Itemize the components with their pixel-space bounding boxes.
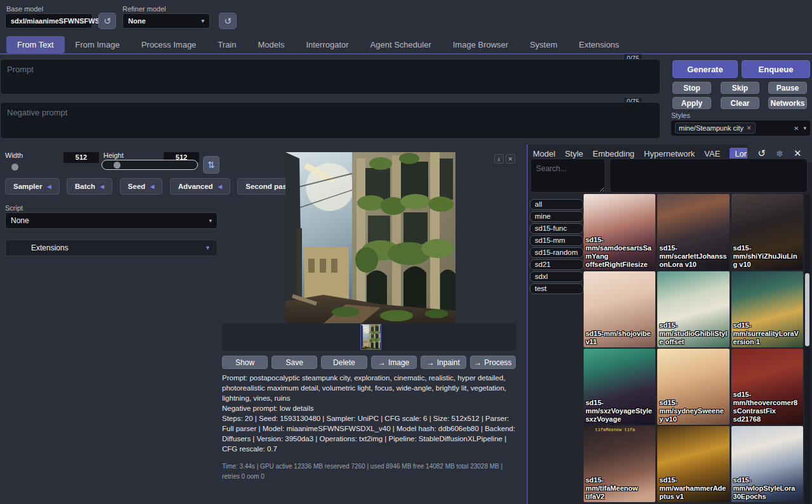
lora-card[interactable]: sd15-mm/warhammerAdeptus v1 — [657, 426, 729, 502]
width-slider[interactable] — [6, 162, 95, 172]
height-slider[interactable] — [102, 160, 198, 170]
gallery-thumbnail[interactable] — [360, 324, 381, 350]
lora-card[interactable]: sd15-mm/sydneySweeney v10 — [657, 349, 729, 425]
delete-button[interactable]: Delete — [321, 356, 367, 369]
lora-card-label: sd15-mm/studioGhibliStyle offset — [659, 321, 727, 346]
refiner-model-refresh-button[interactable]: ↺ — [219, 13, 237, 29]
tab-system[interactable]: System — [519, 36, 568, 53]
clear-styles-icon[interactable]: ✕ — [794, 125, 799, 132]
networks-description-box[interactable] — [610, 158, 808, 193]
stop-button[interactable]: Stop — [672, 82, 711, 94]
tab-interrogator[interactable]: Interrogator — [295, 36, 359, 53]
networks-button[interactable]: Networks — [768, 97, 807, 109]
base-model-value: sdxl/miaanimeSFWNSFWS — [11, 17, 100, 25]
lora-card[interactable]: sd15-mm/wlopStyleLora 30Epochs — [731, 426, 803, 502]
lora-card[interactable]: sd15-mm/shiYiZhuJiuLing v10 — [731, 194, 803, 270]
tab-process-image[interactable]: Process Image — [131, 36, 207, 53]
save-button[interactable]: Save — [272, 356, 317, 369]
networks-search-input[interactable] — [530, 158, 605, 193]
extensions-accordion[interactable]: Extensions ▼ — [5, 240, 218, 256]
networks-panel: Model Style Embedding Hypernetwork VAE L… — [527, 145, 812, 504]
tab-models[interactable]: Models — [247, 36, 295, 53]
chevron-down-icon[interactable]: ▾ — [803, 125, 806, 131]
generated-image[interactable] — [285, 152, 455, 323]
show-button[interactable]: Show — [222, 356, 268, 369]
lora-card-caption: tifaMeenow tifa — [595, 427, 635, 432]
apply-button[interactable]: Apply — [672, 97, 711, 109]
scrollbar-thumb[interactable] — [805, 273, 809, 346]
styles-select[interactable]: mine/Steampunk city ✕ ✕ ▾ — [671, 120, 810, 136]
generation-info: Prompt: postapocalyptic steampunk city, … — [222, 373, 519, 482]
filter-all[interactable]: all — [530, 199, 584, 210]
accordion-sampler[interactable]: Sampler◀ — [5, 178, 60, 195]
remove-style-icon[interactable]: ✕ — [747, 125, 752, 131]
lora-card[interactable]: sd15-mm/surrealityLoraVersion 1 — [731, 271, 803, 347]
networks-tab-embedding[interactable]: Embedding — [593, 149, 634, 158]
refresh-icon[interactable]: ↺ — [757, 148, 766, 159]
info-prompt-text: Prompt: postapocalyptic steampunk city, … — [222, 373, 519, 403]
height-slider-handle[interactable] — [114, 162, 121, 169]
info-time-text: Time: 3.44s | GPU active 12336 MB reserv… — [222, 462, 519, 482]
refiner-model-select[interactable]: None ▾ — [122, 13, 210, 29]
tab-from-image[interactable]: From Image — [65, 36, 131, 53]
accordion-batch[interactable]: Batch◀ — [67, 178, 112, 195]
filter-sd21[interactable]: sd21 — [530, 259, 584, 270]
lora-card[interactable]: sd15-mm/shojovibe v11 — [584, 271, 655, 347]
arrow-right-icon: → — [427, 358, 435, 367]
send-to-image-button[interactable]: →Image — [371, 356, 417, 369]
style-token[interactable]: mine/Steampunk city ✕ — [675, 122, 756, 134]
lora-card[interactable]: sd15-mm/theovercomer8sContrastFix sd2176… — [731, 349, 803, 425]
lora-card[interactable]: tifaMeenow tifa sd15-mm/tifaMeenow tifaV… — [584, 426, 655, 502]
lora-card[interactable]: sd15-mm/sxzVoyageStyle sxzVoyage — [584, 349, 655, 425]
networks-tab-model[interactable]: Model — [533, 149, 555, 158]
tab-from-text[interactable]: From Text — [6, 36, 65, 53]
arrow-right-icon: → — [474, 358, 481, 367]
prompt-input[interactable] — [0, 59, 660, 94]
negative-prompt-input[interactable] — [0, 102, 660, 139]
base-model-refresh-button[interactable]: ↺ — [98, 13, 116, 29]
networks-tab-style[interactable]: Style — [565, 149, 583, 158]
close-image-button[interactable]: ✕ — [506, 154, 515, 164]
image-action-row: Show Save Delete →Image →Inpaint →Proces… — [222, 356, 516, 369]
script-label: Script — [5, 204, 23, 212]
filter-sdxl[interactable]: sdxl — [530, 271, 584, 282]
pause-button[interactable]: Pause — [768, 82, 807, 94]
settings-icon[interactable]: ✽ — [776, 149, 783, 158]
networks-tab-vae[interactable]: VAE — [704, 149, 720, 158]
accordion-seed[interactable]: Seed◀ — [120, 178, 163, 195]
chevron-left-icon: ◀ — [150, 184, 154, 190]
download-image-button[interactable]: ⤓ — [494, 154, 504, 164]
lora-card[interactable]: sd15-mm/samdoesartsSamYang offsetRightFi… — [584, 194, 655, 270]
filter-test[interactable]: test — [530, 283, 584, 294]
accordion-label: Advanced — [178, 183, 213, 190]
lora-card[interactable]: sd15-mm/scarlettJohanssonLora v10 — [657, 194, 729, 270]
width-slider-handle[interactable] — [11, 164, 18, 171]
app-root: Base model sdxl/miaanimeSFWNSFWS ▾ ↺ Ref… — [0, 0, 812, 504]
enqueue-button[interactable]: Enqueue — [742, 60, 810, 78]
width-value-input[interactable]: 512 — [63, 152, 99, 163]
accordion-advanced[interactable]: Advanced◀ — [170, 178, 230, 195]
script-select[interactable]: None ▾ — [5, 212, 218, 229]
lora-card[interactable]: sd15-mm/studioGhibliStyle offset — [657, 271, 729, 347]
base-model-select[interactable]: sdxl/miaanimeSFWNSFWS ▾ — [5, 13, 93, 29]
filter-sd15-random[interactable]: sd15-random — [530, 247, 584, 258]
filter-sd15-mm[interactable]: sd15-mm — [530, 235, 584, 246]
close-icon[interactable]: ✕ — [794, 148, 802, 159]
networks-scrollbar[interactable] — [804, 194, 810, 504]
script-value: None — [11, 216, 29, 225]
button-label: Save — [286, 358, 303, 367]
button-label: Clear — [730, 99, 749, 108]
send-to-process-button[interactable]: →Process — [470, 356, 516, 369]
tab-train[interactable]: Train — [207, 36, 247, 53]
skip-button[interactable]: Skip — [721, 82, 759, 94]
send-to-inpaint-button[interactable]: →Inpaint — [421, 356, 466, 369]
tab-extensions[interactable]: Extensions — [568, 36, 631, 53]
tab-agent-scheduler[interactable]: Agent Scheduler — [360, 36, 442, 53]
swap-dimensions-button[interactable]: ⇅ — [203, 156, 219, 174]
filter-sd15-func[interactable]: sd15-func — [530, 223, 584, 234]
generate-button[interactable]: Generate — [672, 60, 738, 78]
tab-image-browser[interactable]: Image Browser — [442, 36, 519, 53]
filter-mine[interactable]: mine — [530, 211, 584, 222]
clear-button[interactable]: Clear — [721, 97, 759, 109]
networks-tab-hypernetwork[interactable]: Hypernetwork — [644, 149, 695, 158]
